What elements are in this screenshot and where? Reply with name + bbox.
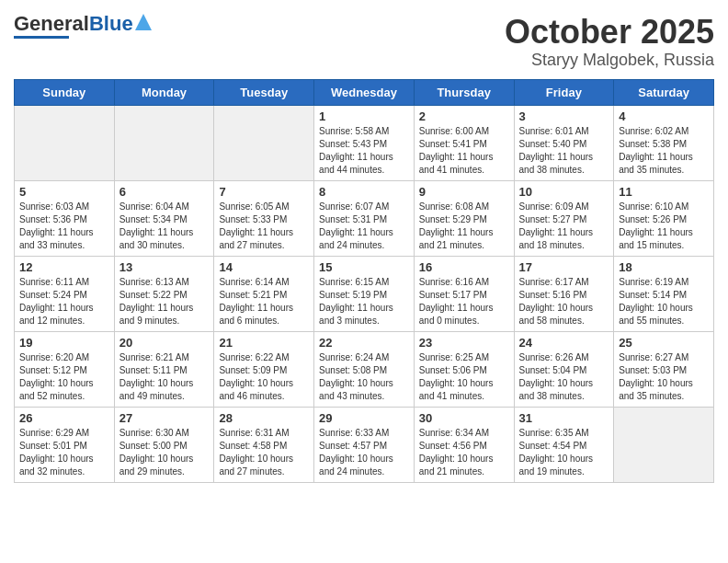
table-row: 14Sunrise: 6:14 AMSunset: 5:21 PMDayligh… [214, 256, 314, 331]
table-row: 7Sunrise: 6:05 AMSunset: 5:33 PMDaylight… [214, 180, 314, 256]
day-info: Sunrise: 6:08 AMSunset: 5:29 PMDaylight:… [419, 201, 509, 252]
day-info: Sunrise: 6:13 AMSunset: 5:22 PMDaylight:… [119, 276, 210, 327]
day-info: Sunrise: 6:26 AMSunset: 5:04 PMDaylight:… [519, 351, 609, 403]
day-info: Sunrise: 6:09 AMSunset: 5:27 PMDaylight:… [519, 201, 609, 252]
day-info: Sunrise: 6:35 AMSunset: 4:54 PMDaylight:… [519, 427, 609, 478]
day-number: 15 [319, 260, 409, 274]
day-info: Sunrise: 6:17 AMSunset: 5:16 PMDaylight:… [519, 276, 609, 327]
logo-underline [14, 36, 69, 39]
table-row: 28Sunrise: 6:31 AMSunset: 4:58 PMDayligh… [214, 407, 314, 482]
day-info: Sunrise: 6:30 AMSunset: 5:00 PMDaylight:… [119, 427, 210, 478]
day-number: 4 [619, 109, 709, 123]
day-number: 11 [619, 185, 709, 199]
col-friday: Friday [514, 79, 614, 105]
day-number: 6 [119, 185, 210, 199]
table-row: 29Sunrise: 6:33 AMSunset: 4:57 PMDayligh… [314, 407, 415, 482]
day-number: 3 [519, 109, 609, 123]
day-number: 19 [19, 336, 109, 350]
day-number: 25 [619, 336, 709, 350]
table-row [214, 105, 314, 180]
day-number: 2 [419, 109, 509, 123]
day-info: Sunrise: 6:03 AMSunset: 5:36 PMDaylight:… [19, 201, 109, 252]
day-info: Sunrise: 6:31 AMSunset: 4:58 PMDaylight:… [219, 427, 309, 478]
day-number: 31 [519, 411, 609, 425]
table-row: 4Sunrise: 6:02 AMSunset: 5:38 PMDaylight… [614, 105, 714, 180]
day-number: 17 [519, 260, 609, 274]
table-row [114, 105, 214, 180]
day-info: Sunrise: 6:11 AMSunset: 5:24 PMDaylight:… [19, 276, 109, 327]
table-row: 20Sunrise: 6:21 AMSunset: 5:11 PMDayligh… [114, 331, 214, 407]
col-monday: Monday [114, 79, 214, 105]
day-number: 18 [619, 260, 709, 274]
table-row: 24Sunrise: 6:26 AMSunset: 5:04 PMDayligh… [514, 331, 614, 407]
day-number: 23 [419, 336, 509, 350]
day-number: 1 [319, 109, 409, 123]
calendar-week-2: 5Sunrise: 6:03 AMSunset: 5:36 PMDaylight… [15, 180, 714, 256]
calendar-week-5: 26Sunrise: 6:29 AMSunset: 5:01 PMDayligh… [15, 407, 714, 482]
table-row: 1Sunrise: 5:58 AMSunset: 5:43 PMDaylight… [314, 105, 415, 180]
table-row [15, 105, 115, 180]
table-row: 12Sunrise: 6:11 AMSunset: 5:24 PMDayligh… [15, 256, 115, 331]
day-info: Sunrise: 5:58 AMSunset: 5:43 PMDaylight:… [319, 125, 409, 177]
calendar-table: Sunday Monday Tuesday Wednesday Thursday… [14, 79, 714, 483]
col-tuesday: Tuesday [214, 79, 314, 105]
day-number: 30 [419, 411, 509, 425]
day-number: 22 [319, 336, 409, 350]
table-row: 3Sunrise: 6:01 AMSunset: 5:40 PMDaylight… [514, 105, 614, 180]
day-info: Sunrise: 6:14 AMSunset: 5:21 PMDaylight:… [219, 276, 309, 327]
day-info: Sunrise: 6:19 AMSunset: 5:14 PMDaylight:… [619, 276, 709, 327]
col-wednesday: Wednesday [314, 79, 415, 105]
col-saturday: Saturday [614, 79, 714, 105]
table-row: 25Sunrise: 6:27 AMSunset: 5:03 PMDayligh… [614, 331, 714, 407]
table-row: 15Sunrise: 6:15 AMSunset: 5:19 PMDayligh… [314, 256, 415, 331]
table-row: 11Sunrise: 6:10 AMSunset: 5:26 PMDayligh… [614, 180, 714, 256]
day-info: Sunrise: 6:27 AMSunset: 5:03 PMDaylight:… [619, 351, 709, 403]
day-info: Sunrise: 6:34 AMSunset: 4:56 PMDaylight:… [419, 427, 509, 478]
day-info: Sunrise: 6:04 AMSunset: 5:34 PMDaylight:… [119, 201, 210, 252]
day-info: Sunrise: 6:20 AMSunset: 5:12 PMDaylight:… [19, 351, 109, 403]
title-block: October 2025 Staryy Malgobek, Russia [505, 14, 714, 70]
day-info: Sunrise: 6:21 AMSunset: 5:11 PMDaylight:… [119, 351, 210, 403]
day-info: Sunrise: 6:05 AMSunset: 5:33 PMDaylight:… [219, 201, 309, 252]
day-number: 26 [19, 411, 109, 425]
table-row: 17Sunrise: 6:17 AMSunset: 5:16 PMDayligh… [514, 256, 614, 331]
calendar-week-1: 1Sunrise: 5:58 AMSunset: 5:43 PMDaylight… [15, 105, 714, 180]
table-row: 10Sunrise: 6:09 AMSunset: 5:27 PMDayligh… [514, 180, 614, 256]
day-number: 14 [219, 260, 309, 274]
page-title: October 2025 [505, 14, 714, 51]
day-number: 27 [119, 411, 210, 425]
table-row: 23Sunrise: 6:25 AMSunset: 5:06 PMDayligh… [414, 331, 514, 407]
day-number: 20 [119, 336, 210, 350]
table-row: 5Sunrise: 6:03 AMSunset: 5:36 PMDaylight… [15, 180, 115, 256]
table-row: 22Sunrise: 6:24 AMSunset: 5:08 PMDayligh… [314, 331, 415, 407]
table-row [614, 407, 714, 482]
calendar-week-4: 19Sunrise: 6:20 AMSunset: 5:12 PMDayligh… [15, 331, 714, 407]
day-info: Sunrise: 6:25 AMSunset: 5:06 PMDaylight:… [419, 351, 509, 403]
table-row: 18Sunrise: 6:19 AMSunset: 5:14 PMDayligh… [614, 256, 714, 331]
table-row: 21Sunrise: 6:22 AMSunset: 5:09 PMDayligh… [214, 331, 314, 407]
calendar-week-3: 12Sunrise: 6:11 AMSunset: 5:24 PMDayligh… [15, 256, 714, 331]
day-info: Sunrise: 6:00 AMSunset: 5:41 PMDaylight:… [419, 125, 509, 177]
day-number: 21 [219, 336, 309, 350]
day-number: 16 [419, 260, 509, 274]
table-row: 30Sunrise: 6:34 AMSunset: 4:56 PMDayligh… [414, 407, 514, 482]
day-number: 29 [319, 411, 409, 425]
day-number: 24 [519, 336, 609, 350]
day-info: Sunrise: 6:29 AMSunset: 5:01 PMDaylight:… [19, 427, 109, 478]
svg-marker-0 [135, 14, 152, 30]
day-number: 7 [219, 185, 309, 199]
day-info: Sunrise: 6:15 AMSunset: 5:19 PMDaylight:… [319, 276, 409, 327]
logo-text: GeneralBlue [14, 14, 133, 34]
logo-icon [135, 14, 152, 30]
table-row: 6Sunrise: 6:04 AMSunset: 5:34 PMDaylight… [114, 180, 214, 256]
day-number: 5 [19, 185, 109, 199]
page-subtitle: Staryy Malgobek, Russia [505, 51, 714, 70]
table-row: 13Sunrise: 6:13 AMSunset: 5:22 PMDayligh… [114, 256, 214, 331]
day-number: 8 [319, 185, 409, 199]
table-row: 26Sunrise: 6:29 AMSunset: 5:01 PMDayligh… [15, 407, 115, 482]
logo: GeneralBlue [14, 14, 152, 39]
day-info: Sunrise: 6:01 AMSunset: 5:40 PMDaylight:… [519, 125, 609, 177]
table-row: 27Sunrise: 6:30 AMSunset: 5:00 PMDayligh… [114, 407, 214, 482]
day-number: 13 [119, 260, 210, 274]
table-row: 16Sunrise: 6:16 AMSunset: 5:17 PMDayligh… [414, 256, 514, 331]
